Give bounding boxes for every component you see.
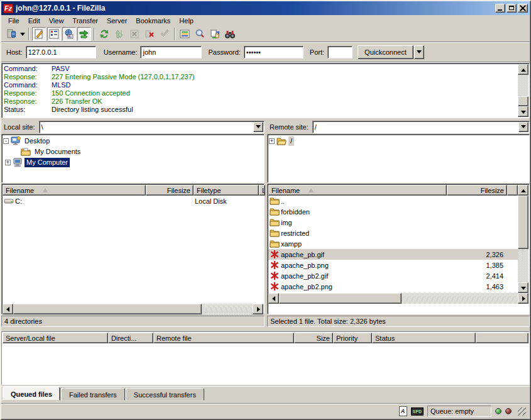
scroll-thumb[interactable] — [279, 293, 402, 304]
file-row[interactable]: restricted — [268, 228, 518, 238]
remote-site-dropdown[interactable] — [518, 122, 528, 132]
file-row[interactable]: xampp — [268, 238, 518, 249]
directory-comparison-button[interactable] — [193, 27, 207, 41]
host-input[interactable] — [26, 46, 96, 58]
column-header-filetype[interactable]: Filetype — [194, 185, 259, 196]
file-row[interactable]: .. — [268, 196, 518, 206]
remote-vertical-scrollbar[interactable] — [518, 185, 528, 293]
tab-queued-files[interactable]: Queued files — [3, 387, 60, 401]
resize-grip[interactable] — [518, 407, 526, 416]
menu-file[interactable]: File — [4, 16, 24, 26]
column-header-size[interactable]: Size — [294, 333, 333, 343]
local-site-combo[interactable]: \ — [39, 121, 265, 133]
column-header-filename[interactable]: Filename — [268, 185, 447, 196]
menu-view[interactable]: View — [45, 16, 68, 26]
scroll-up-button[interactable] — [518, 64, 528, 75]
site-manager-button[interactable] — [4, 27, 18, 41]
scroll-thumb[interactable] — [518, 96, 528, 106]
expand-expander[interactable]: + — [5, 160, 11, 165]
toggle-queue-button[interactable] — [77, 27, 91, 41]
find-files-button[interactable] — [223, 27, 237, 41]
file-type: Local Disk — [195, 197, 227, 205]
scroll-left-button[interactable] — [3, 304, 13, 314]
toggle-local-tree-button[interactable] — [47, 27, 61, 41]
menu-help[interactable]: Help — [175, 16, 198, 26]
folder-icon — [270, 228, 280, 238]
synchronized-browsing-icon — [210, 29, 220, 39]
scroll-right-button[interactable] — [518, 293, 528, 304]
scroll-thumb[interactable] — [13, 304, 202, 314]
column-header-direction[interactable]: Directi... — [108, 333, 153, 343]
scroll-track[interactable] — [518, 75, 528, 96]
disconnect-button[interactable] — [143, 27, 156, 41]
column-header-remote-file[interactable]: Remote file — [153, 333, 294, 343]
scroll-track[interactable] — [202, 304, 253, 314]
remote-horizontal-scrollbar[interactable] — [268, 293, 528, 304]
file-row[interactable]: apache_pb2.gif 2,414 — [268, 270, 518, 281]
scroll-track[interactable] — [518, 249, 528, 282]
queue-view-icon — [79, 29, 89, 39]
column-header-filesize[interactable]: Filesize — [146, 185, 194, 196]
local-status-bar: 4 directories — [1, 316, 265, 327]
scroll-track[interactable] — [402, 293, 518, 304]
file-row-selected[interactable]: apache_pb.gif 2,326 — [268, 249, 518, 260]
column-header-priority[interactable]: Priority — [333, 333, 372, 343]
titlebar: Fz john@127.0.0.1 - FileZilla — [1, 1, 530, 15]
chevron-down-icon — [256, 125, 261, 128]
menu-bookmarks[interactable]: Bookmarks — [131, 16, 175, 26]
quickconnect-button[interactable]: Quickconnect — [358, 45, 413, 59]
site-manager-dropdown[interactable] — [19, 27, 26, 41]
column-header-status[interactable]: Status — [372, 333, 476, 343]
scroll-left-button[interactable] — [268, 293, 279, 304]
tab-successful-transfers[interactable]: Successful transfers — [126, 388, 204, 401]
expand-expander[interactable]: + — [269, 138, 275, 144]
scroll-thumb[interactable] — [518, 196, 528, 249]
tree-item-my-documents[interactable]: My Documents — [3, 146, 264, 157]
scroll-right-button[interactable] — [253, 304, 263, 314]
file-row-c-drive[interactable]: C: Local Disk — [3, 196, 263, 206]
local-site-dropdown[interactable] — [253, 122, 263, 132]
cancel-button[interactable] — [128, 27, 141, 41]
menu-server[interactable]: Server — [102, 16, 131, 26]
remote-status-bar: Selected 1 file. Total size: 2,326 bytes — [267, 316, 530, 327]
column-header-filesize[interactable]: Filesize — [447, 185, 507, 196]
minimize-button[interactable] — [495, 4, 505, 13]
file-row[interactable]: apache_pb2.png 1,463 — [268, 281, 518, 292]
refresh-button[interactable] — [97, 27, 111, 41]
username-input[interactable] — [140, 46, 202, 58]
collapse-expander[interactable]: - — [3, 138, 9, 144]
close-button[interactable] — [518, 4, 528, 13]
tab-failed-transfers[interactable]: Failed transfers — [61, 388, 125, 401]
file-row[interactable]: apache_pb2_ani.gif 2,160 — [268, 292, 518, 293]
process-queue-button[interactable] — [112, 27, 126, 41]
scroll-down-button[interactable] — [518, 282, 528, 293]
disconnect-icon — [145, 29, 155, 39]
column-header-server-local-file[interactable]: Server/Local file — [3, 333, 108, 343]
toggle-message-log-button[interactable] — [32, 27, 46, 41]
quickconnect-dropdown[interactable] — [414, 45, 424, 59]
synchronized-browsing-button[interactable] — [208, 27, 222, 41]
port-input[interactable] — [327, 46, 353, 58]
file-row[interactable]: img — [268, 217, 518, 228]
tree-item-root[interactable]: + / — [269, 136, 529, 146]
maximize-button[interactable] — [506, 4, 517, 13]
tree-item-my-computer[interactable]: + My Computer — [3, 157, 264, 168]
log-scrollbar[interactable] — [518, 64, 528, 117]
reconnect-button[interactable] — [158, 27, 172, 41]
menu-edit[interactable]: Edit — [24, 16, 45, 26]
local-horizontal-scrollbar[interactable] — [3, 304, 263, 314]
column-header-filename[interactable]: Filename — [3, 185, 146, 196]
toggle-remote-tree-button[interactable] — [62, 27, 76, 41]
remote-site-combo[interactable]: / — [312, 121, 530, 133]
filter-button[interactable] — [178, 27, 192, 41]
scroll-up-button[interactable] — [518, 185, 528, 196]
menu-transfer[interactable]: Transfer — [68, 16, 102, 26]
password-input[interactable] — [244, 46, 304, 58]
file-row[interactable]: forbidden — [268, 206, 518, 217]
file-name: apache_pb2.png — [281, 283, 332, 290]
scroll-down-button[interactable] — [518, 106, 528, 117]
tree-item-desktop[interactable]: - Desktop — [3, 136, 264, 146]
column-header-last-modified[interactable]: L — [259, 185, 265, 196]
process-queue-icon — [114, 29, 124, 39]
file-row[interactable]: apache_pb.png 1,385 — [268, 260, 518, 270]
